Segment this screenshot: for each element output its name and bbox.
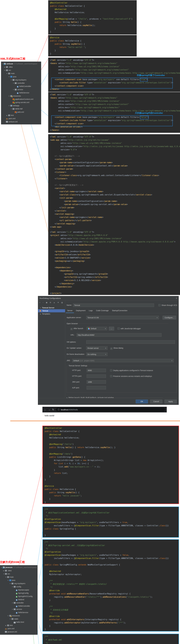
- tree-item-javassm[interactable]: ▼javassmD:\software_ware\workspace: [0, 566, 37, 569]
- tree-item-src[interactable]: ▼src: [0, 572, 37, 576]
- tree-item-org.myslayers[interactable]: ▼org.myslayers: [1, 78, 41, 82]
- tree-item-static[interactable]: ▼static: [0, 617, 37, 620]
- tree-item-service[interactable]: ▼service: [1, 88, 41, 91]
- config-group-templates[interactable]: ▶ Templates: [38, 312, 65, 316]
- share-vcs-checkbox[interactable]: Share through VCS: [158, 304, 177, 306]
- iml-icon: [5, 631, 7, 633]
- tab-logs[interactable]: Logs: [87, 308, 94, 312]
- chevron-down-icon: ▼: [12, 88, 14, 91]
- configure-button[interactable]: Configure...: [163, 316, 176, 320]
- tree-item-java[interactable]: ▼java: [1, 75, 41, 78]
- tree-item-spring-servlet.xml[interactable]: spring-servlet.xml: [1, 101, 41, 104]
- config-group-tomcat-server[interactable]: ▼ Tomcat Server: [38, 306, 65, 309]
- before-launch-row[interactable]: ▶ Before launch: Build, Build Artifacts,…: [66, 396, 163, 398]
- info-icon[interactable]: ⓘ: [58, 408, 60, 411]
- on-frame-select[interactable]: Do nothing▼: [86, 352, 108, 356]
- tree-item-hello.html[interactable]: hello.html: [0, 620, 37, 624]
- webapp-icon: [10, 105, 12, 106]
- code-panel-springconfig: /** * 相当于applicationContext.xml，扫描Spring…: [42, 506, 179, 538]
- tree-item-test[interactable]: ▶test: [1, 114, 41, 117]
- class-icon: [17, 92, 18, 94]
- tree-item-test[interactable]: ▶test: [0, 624, 37, 627]
- tree-item-web.xml[interactable]: web.xml: [1, 110, 41, 114]
- tree-item-HelloController[interactable]: HelloController: [0, 604, 37, 608]
- browser-more-button[interactable]: ...: [109, 327, 114, 330]
- callout-scan-only: 只扫描spring中的Controller: [135, 112, 163, 114]
- section-separator: [10, 421, 180, 421]
- tree-item-WebInit[interactable]: WebInit: [0, 598, 37, 601]
- tree-item-resources[interactable]: ▼resources: [1, 94, 41, 98]
- chrome-icon: [88, 328, 90, 330]
- show-dialog-checkbox[interactable]: Show dialog: [110, 347, 123, 350]
- tree-item-HelloService[interactable]: HelloService: [1, 91, 41, 94]
- ok-button[interactable]: OK: [136, 400, 148, 404]
- https-port-input[interactable]: [87, 374, 106, 378]
- tree-item-.idea[interactable]: ▶.idea: [1, 66, 41, 69]
- tab-server[interactable]: Server: [66, 308, 74, 313]
- tree-item-controller[interactable]: ▼controller: [0, 601, 37, 604]
- tree-item-HelloService[interactable]: HelloService: [0, 611, 37, 614]
- tree-item-SpringMVCConfig[interactable]: SpringMVCConfig: [0, 595, 37, 598]
- tree-item-controller[interactable]: ▼controller: [1, 82, 41, 85]
- springxml-icon: [12, 102, 14, 103]
- deploy-apps-checkbox[interactable]: Deploy applications configured in Tomcat…: [110, 369, 153, 372]
- tree-item-java[interactable]: ▼java: [0, 579, 37, 582]
- tree-item-org.myslayers[interactable]: ▼org.myslayers: [0, 582, 37, 585]
- forward-icon[interactable]: →: [48, 408, 50, 411]
- tab-deployment[interactable]: Deployment: [74, 308, 87, 312]
- jre-select[interactable]: Default (1.8 - project SDK)▼: [72, 359, 174, 362]
- dialog-toolbar-icons[interactable]: + − ▣ ⚙ ▲ ▼ ▨ ↓: [38, 300, 65, 304]
- preserve-sessions-checkbox[interactable]: Preserve sessions across restarts and re…: [110, 375, 152, 377]
- folder-icon: [8, 73, 10, 74]
- url-host: localhost: [61, 408, 68, 411]
- tree-item-SpringConfig[interactable]: SpringConfig: [0, 592, 37, 595]
- after-launch-checkbox[interactable]: After launch: [70, 328, 83, 330]
- tree-item-MyInterceptor[interactable]: MyInterceptor: [0, 588, 37, 592]
- reload-icon[interactable]: ↻: [52, 408, 54, 411]
- vm-options-input[interactable]: [86, 340, 175, 344]
- on-update-select[interactable]: Restart server▼: [86, 346, 108, 350]
- chevron-down-icon: ▼: [105, 327, 106, 330]
- chevron-down-icon: ▼: [7, 579, 9, 582]
- tree-item-WEB-INF[interactable]: ▼WEB-INF: [1, 107, 41, 110]
- tree-item-HelloController[interactable]: HelloController: [1, 85, 41, 88]
- tree-item-xmlssm[interactable]: ▼xmlssmD:\software_ware\workspace: [1, 62, 41, 66]
- folder-icon: [8, 114, 10, 116]
- tree-item-pom.xml[interactable]: pom.xml: [0, 627, 37, 630]
- tree-item-service[interactable]: ▼service: [0, 608, 37, 611]
- tree-item-src[interactable]: ▼src: [1, 69, 41, 72]
- browser-select[interactable]: Default▼: [87, 327, 107, 330]
- tree-item-xmlssm.iml[interactable]: xmlssm.iml: [1, 120, 41, 124]
- tab-startup-connection[interactable]: Startup/Connection: [111, 308, 129, 312]
- apply-button[interactable]: Apply: [165, 400, 177, 404]
- tree-item-pom.xml[interactable]: pom.xml: [1, 117, 41, 120]
- cancel-button[interactable]: Cancel: [150, 400, 162, 404]
- tomcat-server-settings-label: Tomcat Server Settings: [68, 365, 88, 367]
- tree-item-.idea[interactable]: ▶.idea: [0, 569, 37, 572]
- js-debugger-checkbox[interactable]: with JavaScript debugger: [118, 328, 141, 330]
- webxml-icon: [15, 111, 17, 113]
- url-input[interactable]: http://localhost:8080/: [77, 333, 162, 337]
- checkbox-checked-icon: [110, 348, 113, 350]
- tree-item-applicationContext.xml[interactable]: applicationContext.xml: [1, 98, 41, 101]
- class-icon: [16, 599, 17, 601]
- jmx-port-input[interactable]: 1099: [87, 380, 106, 384]
- tree-item-main[interactable]: ▼main: [0, 576, 37, 579]
- application-server-select[interactable]: Tomcat 8.5.56▼: [86, 316, 159, 319]
- chevron-down-icon: ▼: [11, 601, 13, 604]
- ajp-port-input[interactable]: [87, 386, 106, 390]
- tree-item-webapp[interactable]: ▼webapp: [1, 104, 41, 107]
- config-item-tomcat[interactable]: Tomcat: [38, 309, 65, 312]
- tree-item-main[interactable]: ▼main: [1, 72, 41, 75]
- address-bar[interactable]: ⓘ localhost:8080/hello: [56, 408, 165, 412]
- tree-item-javassm.iml[interactable]: javassm.iml: [0, 630, 37, 634]
- tree-item-resources[interactable]: ▼resources: [0, 614, 37, 617]
- back-icon[interactable]: ←: [44, 408, 46, 411]
- tree-item-config[interactable]: ▼config: [0, 585, 37, 588]
- tab-code-coverage[interactable]: Code Coverage: [95, 308, 110, 312]
- project-icon: [4, 63, 6, 65]
- close-icon[interactable]: ×: [176, 296, 177, 300]
- http-port-input[interactable]: 8080: [87, 369, 106, 372]
- name-input[interactable]: Tomcat: [73, 304, 154, 307]
- chevron-down-icon: ▼: [9, 582, 11, 585]
